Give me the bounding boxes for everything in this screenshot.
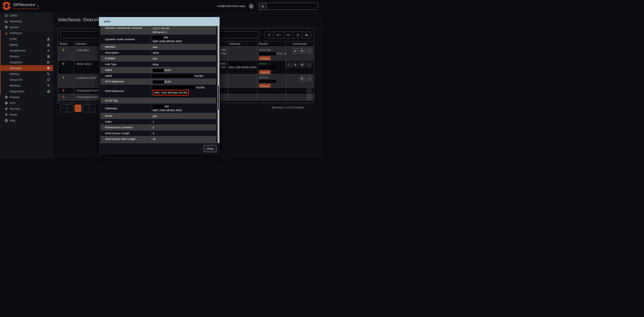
lifering-icon: [4, 119, 8, 122]
brand-text: OPNsense® Securing networks made easy: [13, 2, 39, 10]
globe-icon: [4, 102, 8, 105]
fire-icon: [4, 96, 8, 99]
modal-title: WAN: [104, 20, 110, 23]
sitemap-icon: [47, 43, 50, 47]
redacted-value: [153, 69, 164, 72]
detail-row: Driverigc1: [100, 113, 216, 119]
wifi-icon: [47, 84, 50, 87]
detail-row: Enabledtrue: [100, 56, 216, 62]
brand[interactable]: OPNsense® Securing networks made easy: [2, 2, 39, 10]
detail-row: Dynamic nameserver received212.27.40.240…: [100, 26, 216, 35]
redacted-value: [153, 36, 163, 39]
sidebar-item-lobby[interactable]: Lobby: [0, 13, 53, 19]
redacted-value: [153, 105, 164, 108]
brand-name: OPNsense: [13, 2, 35, 7]
close-button[interactable]: Close: [204, 145, 216, 152]
detail-row: Identifierwan: [100, 44, 216, 50]
detail-row: VLAN Tag: [100, 98, 216, 104]
sidebar-item-diagnostics[interactable]: Diagnostics: [0, 89, 53, 94]
detail-row-ipv6: IPv6 Addresses f7b7/64fe80::7e83:34ff:fe…: [100, 85, 216, 98]
hdd-icon: [47, 67, 50, 70]
archive-icon: [47, 55, 50, 58]
opnsense-logo-icon: [2, 2, 11, 10]
gear-icon: [4, 107, 8, 110]
sidebar-item-devices[interactable]: Devices: [0, 54, 53, 60]
sidebar-collapse-icon[interactable]: ‹: [37, 4, 39, 9]
detail-row: DescriptionWAN: [100, 50, 216, 56]
sidebar-item-wan[interactable]: [WAN]: [0, 42, 53, 48]
logged-in-user: root@router.home.arpa: [217, 5, 245, 8]
gears-icon: [47, 72, 50, 76]
modal-header: WAN ×: [99, 17, 220, 26]
detail-row: Gateways254fe80::2266:cfff:fe61:9050: [100, 104, 216, 113]
detail-row: Index2: [100, 119, 216, 125]
search-icon: [259, 3, 267, 10]
sidebar-item-reporting[interactable]: Reporting: [0, 19, 53, 24]
laptop-icon: [4, 14, 8, 17]
modal-scrollbar[interactable]: [218, 26, 220, 143]
brand-tagline: Securing networks made easy: [13, 7, 39, 10]
pencil-icon: [47, 49, 50, 52]
sitemap-icon: [4, 32, 8, 35]
detail-row: Link Typedhcp: [100, 62, 216, 67]
registered-mark: ®: [35, 3, 36, 5]
sidebar-item-system[interactable]: System: [0, 24, 53, 30]
sitemap-icon: [47, 37, 50, 41]
sidebar-item-power[interactable]: Power: [0, 112, 53, 118]
highlighted-ipv6-address: fe80::7e83:34ff:febe:f7b7/64: [153, 90, 189, 95]
sidebar-item-help[interactable]: Help: [0, 118, 53, 123]
redacted-value: [153, 75, 194, 78]
detail-row: Promiscuous Listeners0: [100, 125, 216, 131]
sidebar-item-vpn[interactable]: VPN: [0, 100, 53, 106]
server-icon: [4, 26, 8, 29]
sidebar-item-wireless[interactable]: Wireless: [0, 83, 53, 89]
detail-row: Send Queue Length0: [100, 131, 216, 136]
clone-icon: [47, 78, 50, 81]
top-bar: OPNsense® Securing networks made easy ‹ …: [0, 0, 322, 13]
sidebar-item-firewall[interactable]: Firewall: [0, 94, 53, 100]
search-input[interactable]: [267, 3, 318, 10]
medkit-icon: [47, 90, 50, 93]
global-search: [259, 3, 318, 10]
redacted-value: [153, 86, 195, 89]
chart-icon: [4, 20, 8, 23]
sidebar-item-assignments[interactable]: Assignments: [0, 48, 53, 54]
redacted-value: [153, 80, 164, 84]
plug-icon: [4, 113, 8, 116]
close-icon[interactable]: ×: [214, 19, 216, 24]
detail-row: Dynamic router received.254fe80::2266:cf…: [100, 35, 216, 44]
sidebar-item-neighbors[interactable]: Neighbors: [0, 60, 53, 65]
detail-row: IPv4 Addresses81/24: [100, 79, 216, 85]
sidebar-item-overview[interactable]: Overview: [0, 65, 53, 71]
sidebar-item-lan[interactable]: [LAN]: [0, 36, 53, 42]
detail-row: addr6:f7b7/64: [100, 73, 216, 79]
sidebar-item-virtual-ips[interactable]: Virtual IPs: [0, 77, 53, 83]
avatar[interactable]: [249, 4, 254, 9]
users-icon: [47, 61, 50, 64]
modal-footer: Close: [99, 143, 220, 154]
sidebar-item-services[interactable]: Services: [0, 106, 53, 112]
detail-row: addr481/24: [100, 67, 216, 73]
wan-details-modal: WAN × Dynamic nameserver received212.27.…: [99, 17, 220, 154]
scrollbar-thumb[interactable]: [218, 85, 220, 111]
sidebar-item-interfaces[interactable]: Interfaces: [0, 30, 53, 36]
sidebar: Lobby Reporting System Interfaces [LAN] …: [0, 13, 53, 159]
detail-row: Send Queue Max Length50: [100, 136, 216, 142]
modal-body[interactable]: Dynamic nameserver received212.27.40.240…: [100, 26, 216, 143]
sidebar-item-settings[interactable]: Settings: [0, 71, 53, 77]
